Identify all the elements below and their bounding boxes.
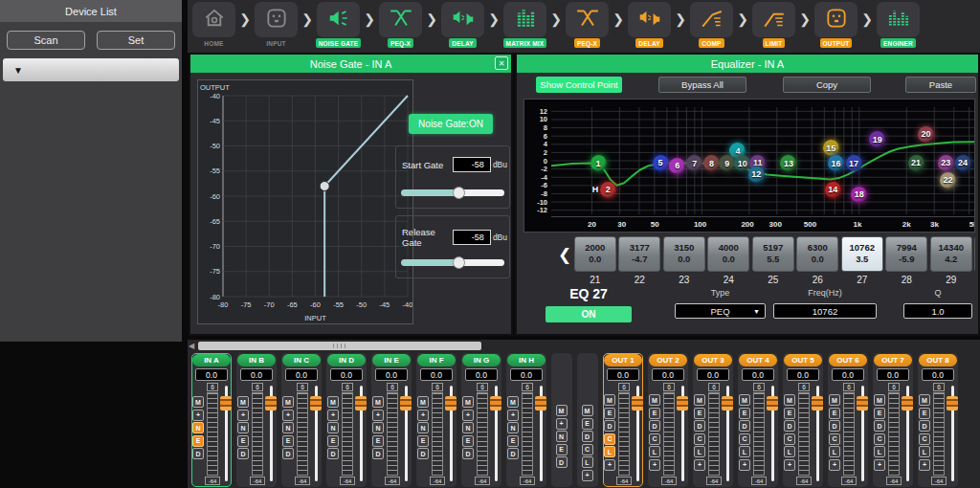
channel-button-e[interactable]: E xyxy=(192,435,204,447)
channel-gain-value[interactable]: 0.0 xyxy=(420,368,453,381)
channel-strip-in-c[interactable]: IN C 0.0 M+NED 6 -64 xyxy=(281,353,322,487)
channel-button-m[interactable]: M xyxy=(604,394,615,406)
channel-button-m[interactable]: M xyxy=(372,396,384,408)
channel-button-l[interactable]: L xyxy=(694,446,705,457)
channel-button-e[interactable]: E xyxy=(919,408,930,419)
copy-button[interactable]: Copy xyxy=(783,77,871,93)
fader[interactable] xyxy=(310,383,322,485)
channel-button-e[interactable]: E xyxy=(462,435,474,447)
channel-button-c[interactable]: C xyxy=(784,433,795,445)
eq-control-point-8[interactable]: 8 xyxy=(703,155,720,171)
channel-button-m[interactable]: M xyxy=(784,394,795,406)
release-gate-value[interactable]: -58 xyxy=(453,230,491,245)
fader[interactable] xyxy=(220,383,232,485)
channel-button-plus[interactable]: + xyxy=(784,459,795,471)
channel-button-e[interactable]: E xyxy=(874,408,885,419)
channel-button-m[interactable]: M xyxy=(582,405,593,416)
channel-strip-out-1[interactable]: OUT 1 0.0 MEDCL+ 6 -64 xyxy=(603,353,643,487)
type-dropdown[interactable]: PEQ ▼ xyxy=(675,303,766,319)
channel-button-c[interactable]: C xyxy=(919,433,930,445)
fader[interactable] xyxy=(722,383,733,485)
channel-strip-out-2[interactable]: OUT 2 0.0 MEDCL+ 6 -64 xyxy=(648,353,688,487)
channel-button-m[interactable]: M xyxy=(649,394,660,406)
fader-handle[interactable] xyxy=(902,396,913,410)
channel-button-c[interactable]: C xyxy=(649,433,660,445)
channel-gain-value[interactable]: 0.0 xyxy=(465,368,498,381)
fader-handle[interactable] xyxy=(535,396,546,410)
channel-button-e[interactable]: E xyxy=(649,408,660,419)
channel-button-d[interactable]: D xyxy=(739,420,750,432)
channel-button-plus[interactable]: + xyxy=(372,410,384,421)
channel-button-e[interactable]: E xyxy=(784,408,795,419)
release-gate-slider[interactable] xyxy=(401,256,504,270)
eq-band-29[interactable]: 14340 4.2 29 xyxy=(930,236,972,286)
device-dropdown[interactable]: ▼ xyxy=(3,58,179,81)
channel-label[interactable]: OUT 2 xyxy=(649,354,687,366)
fader-handle[interactable] xyxy=(632,396,643,410)
channel-strip-in-d[interactable]: IN D 0.0 M+NED 6 -64 xyxy=(326,353,367,487)
paste-button[interactable]: Paste xyxy=(905,77,976,93)
eq-band-cell[interactable]: 5197 5.5 xyxy=(752,236,794,272)
noise-gate-graph[interactable]: -40-45-50-55-60-65-70-75-80-80-75-70-65-… xyxy=(197,79,413,324)
channel-button-plus[interactable]: + xyxy=(739,459,750,471)
channel-button-l[interactable]: L xyxy=(604,446,615,457)
toolbar-item-output-10[interactable]: OUTPUT xyxy=(813,2,858,48)
close-icon[interactable]: ✕ xyxy=(495,56,508,70)
eq-control-point-12[interactable]: 12 xyxy=(748,166,765,183)
channel-strip-in-f[interactable]: IN F 0.0 M+NED 6 -64 xyxy=(416,353,457,487)
channel-button-plus[interactable]: + xyxy=(556,418,568,430)
fader-handle[interactable] xyxy=(265,396,277,410)
scroll-left-icon[interactable]: ◀ xyxy=(189,341,194,351)
channel-button-e[interactable]: E xyxy=(694,408,705,419)
toolbar-item-noise-gate-2[interactable]: NOISE GATE xyxy=(316,2,361,48)
eq-band-cell[interactable]: 6300 0.0 xyxy=(796,236,838,272)
bypass-all-button[interactable]: Bypass All xyxy=(658,77,746,93)
channel-button-e[interactable]: E xyxy=(282,435,294,447)
eq-control-point-6[interactable]: 6 xyxy=(669,158,685,174)
toolbar-item-comp-8[interactable]: COMP xyxy=(689,2,734,48)
eq-band-22[interactable]: 3177 -4.7 22 xyxy=(618,236,660,286)
channel-button-c[interactable]: C xyxy=(739,433,750,445)
channel-button-plus[interactable]: + xyxy=(327,410,339,421)
channel-gain-value[interactable]: 0.0 xyxy=(285,368,318,381)
band-prev-icon[interactable]: ❮ xyxy=(558,236,571,273)
toolbar-item-enginer-11[interactable]: ENGINER xyxy=(876,2,921,48)
channel-button-c[interactable]: C xyxy=(604,433,615,445)
fader[interactable] xyxy=(265,383,277,485)
channel-label[interactable]: IN D xyxy=(327,354,366,366)
fader-handle[interactable] xyxy=(445,396,457,410)
channel-button-plus[interactable]: + xyxy=(237,410,249,421)
scrollbar-thumb[interactable] xyxy=(198,342,481,350)
channel-button-m[interactable]: M xyxy=(462,396,474,408)
channel-button-d[interactable]: D xyxy=(327,448,339,459)
channel-button-plus[interactable]: + xyxy=(192,410,204,421)
eq-control-point-21[interactable]: 21 xyxy=(908,155,924,171)
channel-button-plus[interactable]: + xyxy=(507,410,519,421)
channel-gain-value[interactable]: 0.0 xyxy=(607,368,639,381)
channel-button-n[interactable]: N xyxy=(556,431,568,442)
channel-button-m[interactable]: M xyxy=(327,396,339,408)
eq-control-point-5[interactable]: 5 xyxy=(653,155,669,171)
channel-button-n[interactable]: N xyxy=(462,422,474,433)
channel-button-d[interactable]: D xyxy=(829,420,840,432)
channel-gain-value[interactable]: 0.0 xyxy=(877,368,909,381)
toolbar-item-peq-x-3[interactable]: PEQ-X xyxy=(378,2,423,48)
channel-label[interactable]: OUT 4 xyxy=(739,354,777,366)
channel-button-l[interactable]: L xyxy=(919,446,930,457)
channel-button-d[interactable]: D xyxy=(462,448,474,459)
channel-label[interactable]: OUT 5 xyxy=(784,354,822,366)
eq-control-point-17[interactable]: 17 xyxy=(846,155,862,171)
channel-gain-value[interactable]: 0.0 xyxy=(330,368,363,381)
eq-control-point-2[interactable]: H2 xyxy=(600,182,616,198)
channel-button-n[interactable]: N xyxy=(327,422,339,433)
channel-gain-value[interactable]: 0.0 xyxy=(375,368,408,381)
channel-button-m[interactable]: M xyxy=(556,405,568,416)
channel-strip-out-5[interactable]: OUT 5 0.0 MEDCL+ 6 -64 xyxy=(783,353,823,487)
channel-button-m[interactable]: M xyxy=(507,396,519,408)
channel-button-c[interactable]: C xyxy=(829,433,840,445)
channel-gain-value[interactable]: 0.0 xyxy=(832,368,864,381)
eq-band-27[interactable]: 10762 3.5 27 xyxy=(841,236,883,286)
channel-button-n[interactable]: N xyxy=(417,422,429,433)
fader[interactable] xyxy=(400,383,412,485)
channel-strip-in-a[interactable]: IN A 0.0 M+NED 6 -64 xyxy=(191,353,232,487)
